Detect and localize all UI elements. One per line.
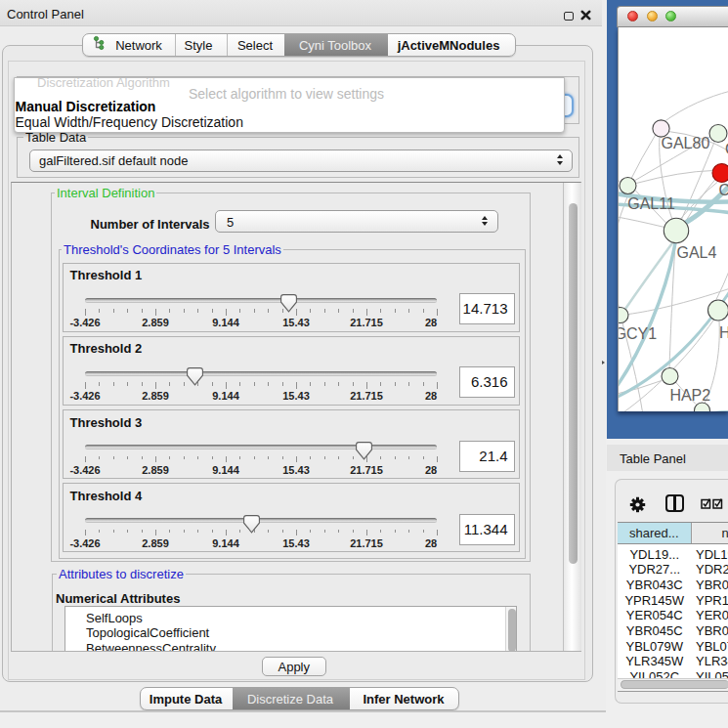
svg-text:HAP2: HAP2 <box>669 386 710 403</box>
svg-text:GAL4: GAL4 <box>677 244 717 261</box>
svg-text:GAL11: GAL11 <box>627 194 675 211</box>
svg-text:GAL80: GAL80 <box>662 135 710 151</box>
svg-text:C: C <box>719 181 728 197</box>
svg-text:H: H <box>719 324 728 341</box>
svg-text:GCY1: GCY1 <box>619 324 657 341</box>
